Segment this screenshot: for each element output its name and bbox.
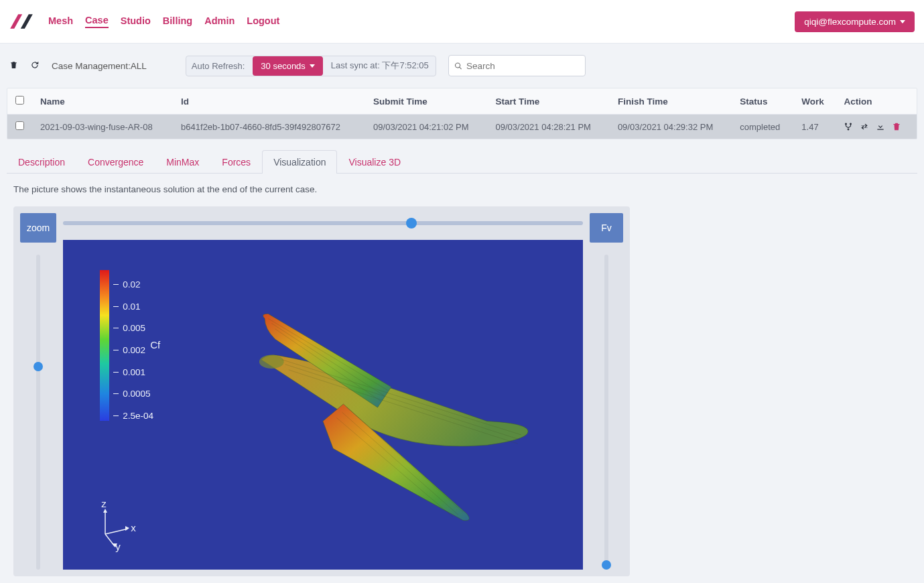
trash-icon[interactable] (892, 122, 901, 131)
colorbar-tick: 0.001 (113, 367, 153, 377)
search-input-wrapper[interactable] (448, 55, 586, 76)
cell-submit: 09/03/2021 04:21:02 PM (365, 115, 487, 139)
toolbar: Case Management:ALL Auto Refresh: 30 sec… (0, 44, 924, 88)
col-work[interactable]: Work (793, 88, 836, 115)
axis-y: y (115, 541, 121, 552)
axis-z: z (101, 498, 107, 509)
table-header-row: Name Id Submit Time Start Time Finish Ti… (7, 88, 917, 115)
refresh-interval-value: 30 seconds (261, 61, 306, 71)
svg-point-1 (850, 123, 852, 125)
tab-forces[interactable]: Forces (210, 150, 262, 174)
colorbar-tick: 0.005 (113, 323, 153, 333)
logo (9, 13, 36, 29)
zoom-slider[interactable] (36, 255, 40, 570)
fv-button[interactable]: Fv (590, 213, 623, 243)
cell-name: 2021-09-03-wing-fuse-AR-08 (32, 115, 173, 139)
download-icon[interactable] (876, 122, 885, 131)
select-all-checkbox[interactable] (15, 96, 24, 105)
axis-gizmo: z x y (93, 502, 140, 551)
cell-work: 1.47 (793, 115, 836, 139)
chevron-down-icon (900, 20, 905, 23)
zoom-button[interactable]: zoom (20, 213, 56, 243)
swap-icon[interactable] (860, 122, 869, 131)
table-row[interactable]: 2021-09-03-wing-fuse-AR-08 b641f2eb-1b07… (7, 115, 917, 139)
viz-description: The picture shows the instantaneous solu… (0, 174, 924, 206)
svg-point-0 (845, 123, 847, 125)
cases-table: Name Id Submit Time Start Time Finish Ti… (7, 88, 917, 139)
fv-slider[interactable] (604, 255, 608, 570)
nav-item-billing[interactable]: Billing (163, 15, 192, 27)
tab-minmax[interactable]: MinMax (155, 150, 210, 174)
nav-item-case[interactable]: Case (85, 15, 109, 28)
horizontal-slider[interactable] (63, 221, 583, 225)
svg-point-3 (259, 354, 284, 368)
horizontal-slider-thumb[interactable] (406, 218, 417, 229)
svg-point-2 (848, 129, 850, 131)
col-name[interactable]: Name (32, 88, 173, 115)
colorbar-tick: 0.0005 (113, 389, 153, 399)
colorbar-label: Cf (150, 339, 160, 350)
breadcrumb: Case Management:ALL (52, 61, 147, 71)
col-status[interactable]: Status (732, 88, 793, 115)
auto-refresh-label: Auto Refresh: (192, 61, 245, 71)
colorbar-gradient (100, 270, 109, 421)
cell-status: completed (732, 115, 793, 139)
tab-description[interactable]: Description (7, 150, 76, 174)
cell-finish: 09/03/2021 04:29:32 PM (610, 115, 732, 139)
axis-x: x (131, 522, 136, 533)
colorbar-tick: 0.002 (113, 345, 153, 355)
delete-icon[interactable] (9, 60, 18, 72)
svg-marker-8 (125, 526, 129, 531)
tabs: DescriptionConvergenceMinMaxForcesVisual… (0, 143, 924, 174)
navbar: MeshCaseStudioBillingAdminLogout qiqi@fl… (0, 0, 924, 44)
render-viewport[interactable]: 0.020.010.0050.0020.0010.00052.5e-04 Cf … (63, 240, 583, 570)
row-actions (844, 122, 909, 131)
col-submit[interactable]: Submit Time (365, 88, 487, 115)
tab-visualize-3d[interactable]: Visualize 3D (337, 150, 412, 174)
nav-item-admin[interactable]: Admin (204, 15, 235, 27)
nav-item-mesh[interactable]: Mesh (48, 15, 73, 27)
col-start[interactable]: Start Time (488, 88, 610, 115)
nav-item-studio[interactable]: Studio (121, 15, 151, 27)
nav-menu: MeshCaseStudioBillingAdminLogout (48, 15, 279, 28)
col-finish[interactable]: Finish Time (610, 88, 732, 115)
fv-slider-thumb[interactable] (602, 560, 611, 570)
nav-item-logout[interactable]: Logout (247, 15, 279, 27)
tab-convergence[interactable]: Convergence (76, 150, 155, 174)
row-checkbox[interactable] (15, 121, 24, 130)
cell-id: b641f2eb-1b07-4660-8fd5-39f492807672 (173, 115, 365, 139)
refresh-interval-dropdown[interactable]: 30 seconds (253, 56, 323, 76)
svg-line-5 (105, 529, 128, 534)
col-action: Action (836, 88, 917, 115)
zoom-slider-thumb[interactable] (34, 362, 43, 371)
colorbar-tick: 0.02 (113, 279, 153, 289)
user-menu-button[interactable]: qiqi@flexcompute.com (795, 11, 915, 32)
search-icon (454, 62, 462, 70)
cell-start: 09/03/2021 04:28:21 PM (488, 115, 610, 139)
colorbar-tick: 2.5e-04 (113, 411, 153, 421)
user-email: qiqi@flexcompute.com (804, 17, 896, 27)
last-sync-label: Last sync at: 下午7:52:05 (331, 60, 436, 72)
tab-visualization[interactable]: Visualization (262, 150, 337, 174)
colorbar: 0.020.010.0050.0020.0010.00052.5e-04 (100, 270, 153, 421)
fork-icon[interactable] (844, 122, 853, 131)
search-input[interactable] (462, 61, 580, 71)
refresh-icon[interactable] (30, 60, 40, 72)
chevron-down-icon (310, 64, 315, 68)
colorbar-tick: 0.01 (113, 302, 153, 312)
col-id[interactable]: Id (173, 88, 365, 115)
auto-refresh-group: Auto Refresh: 30 seconds Last sync at: 下… (186, 56, 436, 76)
viz-panel: zoom (13, 206, 630, 576)
